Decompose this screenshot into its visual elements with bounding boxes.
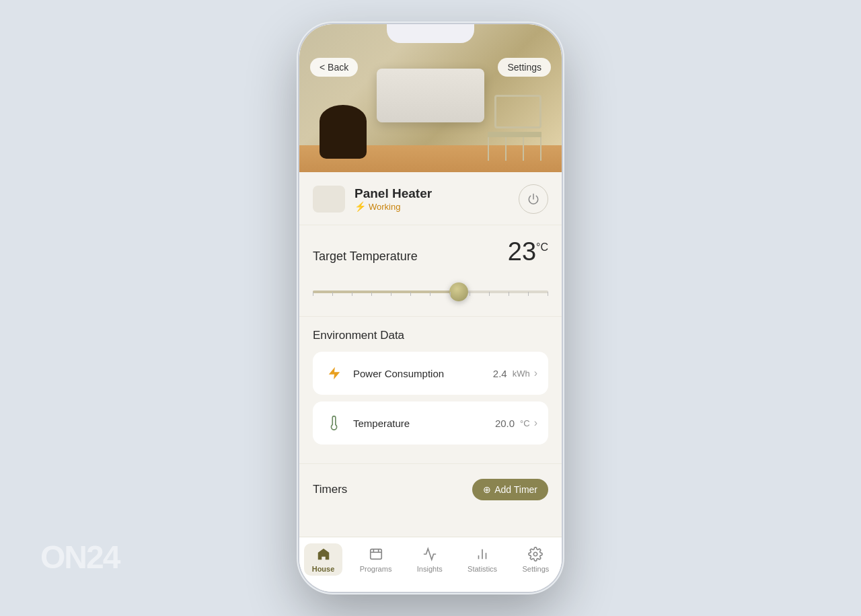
thermometer-icon <box>324 412 345 434</box>
svg-marker-0 <box>329 367 340 379</box>
temperature-env-row[interactable]: Temperature 20.0 °C › <box>313 401 548 445</box>
chair-leg <box>540 137 541 161</box>
brand-logo: ON24 <box>40 539 119 576</box>
temperature-section: Target Temperature 23 °C <box>299 225 562 317</box>
tick <box>410 292 411 296</box>
phone-screen: < Back Settings Panel Heater ⚡ Working <box>299 24 562 592</box>
bolt-status-icon: ⚡ <box>354 201 366 212</box>
home-icon <box>315 546 332 562</box>
power-value: 2.4 <box>493 368 507 379</box>
svg-point-8 <box>534 552 538 556</box>
nav-programs-label: Programs <box>360 565 392 573</box>
device-header: Panel Heater ⚡ Working <box>299 172 562 225</box>
bottom-nav: House Programs <box>299 537 562 592</box>
device-text: Panel Heater ⚡ Working <box>354 186 432 212</box>
tick <box>470 292 470 296</box>
chair-seat <box>488 132 541 137</box>
power-bolt-icon <box>324 362 345 384</box>
nav-item-house[interactable]: House <box>304 543 343 576</box>
svg-rect-1 <box>370 549 381 559</box>
power-unit: kWh <box>513 369 530 379</box>
chair-leg <box>523 137 524 161</box>
status-label: Working <box>369 202 400 212</box>
add-timer-label: Add Timer <box>494 484 537 495</box>
power-icon <box>527 193 539 205</box>
temperature-slider-container <box>313 280 548 304</box>
power-consumption-card[interactable]: Power Consumption 2.4 kWh › <box>313 352 548 395</box>
temp-unit: °C <box>536 241 548 254</box>
chevron-right-icon: › <box>534 367 537 379</box>
nav-statistics-label: Statistics <box>467 565 497 573</box>
temp-value-display: 23 °C <box>508 237 548 266</box>
temp-env-label: Temperature <box>353 418 495 429</box>
tick <box>313 292 313 296</box>
tick <box>489 292 490 296</box>
device-status: ⚡ Working <box>354 201 432 212</box>
statistics-icon <box>474 546 490 562</box>
tick <box>450 292 451 296</box>
slider-ticks <box>313 292 548 296</box>
tick <box>548 292 548 296</box>
timers-section: Timers ⊕ Add Timer <box>299 463 562 523</box>
nav-item-programs[interactable]: Programs <box>352 543 400 576</box>
settings-icon <box>527 546 544 562</box>
tick <box>509 292 509 296</box>
chair-legs <box>488 137 541 161</box>
tick <box>352 292 352 296</box>
temp-number: 23 <box>508 237 536 266</box>
timers-title: Timers <box>313 483 347 496</box>
chevron-right-icon: › <box>534 417 537 429</box>
temp-env-unit: °C <box>520 418 530 428</box>
power-consumption-row[interactable]: Power Consumption 2.4 kWh › <box>313 352 548 395</box>
temp-label: Target Temperature <box>313 249 418 264</box>
nav-item-statistics[interactable]: Statistics <box>459 543 505 576</box>
tick <box>391 292 391 296</box>
nav-item-insights[interactable]: Insights <box>409 543 451 576</box>
content-area: Panel Heater ⚡ Working <box>299 172 562 592</box>
phone-shell: < Back Settings Panel Heater ⚡ Working <box>299 24 562 592</box>
tick <box>528 292 529 296</box>
phone-notch <box>387 24 474 43</box>
temp-header: Target Temperature 23 °C <box>313 237 548 266</box>
insights-icon <box>422 546 438 562</box>
temp-env-value: 20.0 <box>495 418 515 429</box>
nav-insights-label: Insights <box>417 565 443 573</box>
timers-header: Timers ⊕ Add Timer <box>313 469 548 510</box>
environment-section: Environment Data Power Consumption 2.4 <box>299 317 562 463</box>
tick <box>332 292 333 296</box>
power-label: Power Consumption <box>353 368 493 379</box>
nav-house-label: House <box>312 565 335 573</box>
nav-item-settings[interactable]: Settings <box>515 543 558 576</box>
chair-leg <box>505 137 507 161</box>
device-name: Panel Heater <box>354 186 432 201</box>
table-decoration <box>320 105 367 159</box>
settings-button[interactable]: Settings <box>498 58 551 77</box>
power-button[interactable] <box>519 184 548 214</box>
environment-title: Environment Data <box>313 329 548 342</box>
chair-leg <box>488 137 489 161</box>
add-timer-button[interactable]: ⊕ Add Timer <box>472 479 548 500</box>
device-icon-box <box>313 186 345 213</box>
page-wrapper: ON24 < Ba <box>0 0 861 616</box>
tick <box>371 292 372 296</box>
chair-decoration <box>488 95 548 162</box>
slider-track <box>313 291 548 293</box>
temperature-card[interactable]: Temperature 20.0 °C › <box>313 401 548 445</box>
programs-icon <box>368 546 384 562</box>
device-info: Panel Heater ⚡ Working <box>313 186 432 213</box>
hero-image: < Back Settings <box>299 24 562 172</box>
tick <box>430 292 430 296</box>
add-timer-plus-icon: ⊕ <box>483 484 491 495</box>
nav-settings-label: Settings <box>523 565 550 573</box>
back-button[interactable]: < Back <box>310 58 358 77</box>
chair-back <box>494 95 541 128</box>
